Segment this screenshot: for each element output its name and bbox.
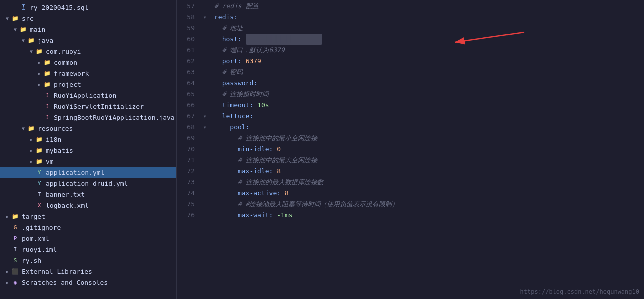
line-number: 73: [177, 177, 195, 188]
code-line: pool:: [214, 122, 644, 133]
tree-arrow: ▶: [36, 60, 43, 65]
sidebar-item-label: resources: [38, 125, 73, 132]
sidebar-item-resources[interactable]: ▼ 📁 resources: [0, 123, 176, 134]
line-number: 62: [177, 56, 195, 67]
gutter-marker: [199, 188, 210, 199]
tree-arrow: ▼: [28, 49, 35, 54]
code-line: # 地址: [214, 23, 644, 34]
code-line: lettuce:: [214, 111, 644, 122]
sidebar-item-i18n[interactable]: ▶ 📁 i18n: [0, 134, 176, 145]
sidebar-item-common[interactable]: ▶ 📁 common: [0, 57, 176, 68]
line-number: 58: [177, 12, 195, 23]
sidebar-item-external-libraries[interactable]: ▶ ⬛ External Libraries: [0, 266, 176, 277]
line-number: 65: [177, 89, 195, 100]
tree-arrow: ▶: [28, 159, 35, 164]
code-line: max-active: 8: [214, 188, 644, 199]
sidebar-item-banner.txt[interactable]: T banner.txt: [0, 189, 176, 200]
code-token: 0: [277, 144, 281, 155]
sidebar-item-target[interactable]: ▶ 📁 target: [0, 211, 176, 222]
sidebar-item-java[interactable]: ▼ 📁 java: [0, 35, 176, 46]
sidebar-item-label: vm: [46, 158, 54, 165]
gutter-marker[interactable]: ▾: [199, 12, 210, 23]
sidebar-item-pom.xml[interactable]: P pom.xml: [0, 233, 176, 244]
code-token: # 连接池中的最小空闲连接: [214, 133, 317, 144]
sidebar-item-scratches[interactable]: ▶ ◉ Scratches and Consoles: [0, 277, 176, 288]
gutter-marker: [199, 144, 210, 155]
sidebar-item-SpringBootRuoYiApplication[interactable]: J SpringBootRuoYiApplication.java: [0, 112, 176, 123]
gutter-marker: [199, 89, 210, 100]
sh-icon: S: [11, 256, 20, 264]
code-token: password:: [214, 78, 257, 89]
sidebar-item-label: SpringBootRuoYiApplication.java: [54, 114, 175, 121]
yaml-icon: Y: [35, 168, 44, 176]
code-line: # 连接池中的最大空闲连接: [214, 155, 644, 166]
sidebar-item-project[interactable]: ▶ 📁 project: [0, 79, 176, 90]
file-tree[interactable]: 🗄 ry_20200415.sql ▼ 📁 src ▼ 📁 main ▼ 📁 j…: [0, 0, 177, 299]
code-token: host:: [214, 34, 246, 45]
sidebar-item-ry_sql[interactable]: 🗄 ry_20200415.sql: [0, 2, 176, 13]
code-area[interactable]: # redis 配置redis: # 地址 host: ███ ███ ███ …: [210, 0, 644, 299]
sidebar-item-ry.sh[interactable]: S ry.sh: [0, 255, 176, 266]
sidebar-item-mybatis[interactable]: ▶ 📁 mybatis: [0, 145, 176, 156]
tree-arrow: ▼: [12, 27, 19, 32]
gutter-marker: [199, 78, 210, 89]
tree-arrow: ▶: [4, 269, 11, 274]
code-token: 6379: [246, 56, 261, 67]
code-token: max-active:: [214, 188, 285, 199]
gutter-marker: [199, 23, 210, 34]
sidebar-item-RuoYiServletInitializer[interactable]: J RuoYiServletInitializer: [0, 101, 176, 112]
code-line: host: ███ ███ ███ ███: [214, 34, 644, 45]
line-number: 72: [177, 166, 195, 177]
sidebar-item-label: banner.txt: [46, 191, 85, 198]
folder-icon: 📁: [35, 47, 44, 55]
code-token: # redis 配置: [214, 1, 259, 12]
sidebar-item-vm[interactable]: ▶ 📁 vm: [0, 156, 176, 167]
sidebar-item-src[interactable]: ▼ 📁 src: [0, 13, 176, 24]
gutter-marker: [199, 155, 210, 166]
sidebar-item-application-druid.yml[interactable]: Y application-druid.yml: [0, 178, 176, 189]
line-number: 74: [177, 188, 195, 199]
sidebar-item-label: ry_20200415.sql: [30, 4, 88, 11]
sidebar-item-label: logback.xml: [46, 202, 89, 209]
gutter-marker: [199, 166, 210, 177]
gutter-marker: [199, 133, 210, 144]
gutter-marker: [199, 1, 210, 12]
code-token: 10s: [257, 100, 269, 111]
gutter-marker: [199, 210, 210, 221]
line-numbers: 5758596061626364656667686970717273747576: [177, 0, 199, 299]
sidebar-item-ruoyi.iml[interactable]: I ruoyi.iml: [0, 244, 176, 255]
code-line: # #连接池最大阻塞等待时间（使用负值表示没有限制）: [214, 199, 644, 210]
code-token: -1ms: [277, 210, 292, 221]
tree-arrow: ▼: [20, 38, 27, 43]
line-number: 69: [177, 133, 195, 144]
gutter-marker[interactable]: ▾: [199, 111, 210, 122]
tree-arrow: ▶: [28, 148, 35, 153]
line-number: 67: [177, 111, 195, 122]
code-line: # 端口，默认为6379: [214, 45, 644, 56]
sidebar-item-framework[interactable]: ▶ 📁 framework: [0, 68, 176, 79]
code-line: # 连接池的最大数据库连接数: [214, 177, 644, 188]
sql-icon: 🗄: [19, 3, 28, 11]
code-line: password:: [214, 78, 644, 89]
line-number: 75: [177, 199, 195, 210]
sidebar-item-.gitignore[interactable]: G .gitignore: [0, 222, 176, 233]
code-token: 8: [285, 188, 289, 199]
sidebar-item-logback.xml[interactable]: X logback.xml: [0, 200, 176, 211]
sidebar-item-label: RuoYiApplication: [54, 92, 116, 99]
code-token: # 密码: [214, 67, 243, 78]
gutter-marker[interactable]: ▾: [199, 122, 210, 133]
sidebar-item-application.yml[interactable]: Y application.yml: [0, 167, 176, 178]
line-number: 66: [177, 100, 195, 111]
code-token: # 连接池的最大数据库连接数: [214, 177, 323, 188]
yaml2-icon: Y: [35, 179, 44, 187]
sidebar-item-label: mybatis: [46, 147, 73, 154]
folder-icon: 📁: [11, 14, 20, 22]
code-token: pool:: [214, 122, 249, 133]
sidebar-item-com.ruoyi[interactable]: ▼ 📁 com.ruoyi: [0, 46, 176, 57]
code-token: # 地址: [214, 23, 243, 34]
sidebar-item-main[interactable]: ▼ 📁 main: [0, 24, 176, 35]
sidebar-item-RuoYiApplication[interactable]: J RuoYiApplication: [0, 90, 176, 101]
code-token: lettuce:: [214, 111, 253, 122]
line-number: 68: [177, 122, 195, 133]
code-token: # #连接池最大阻塞等待时间（使用负值表示没有限制）: [214, 199, 398, 210]
